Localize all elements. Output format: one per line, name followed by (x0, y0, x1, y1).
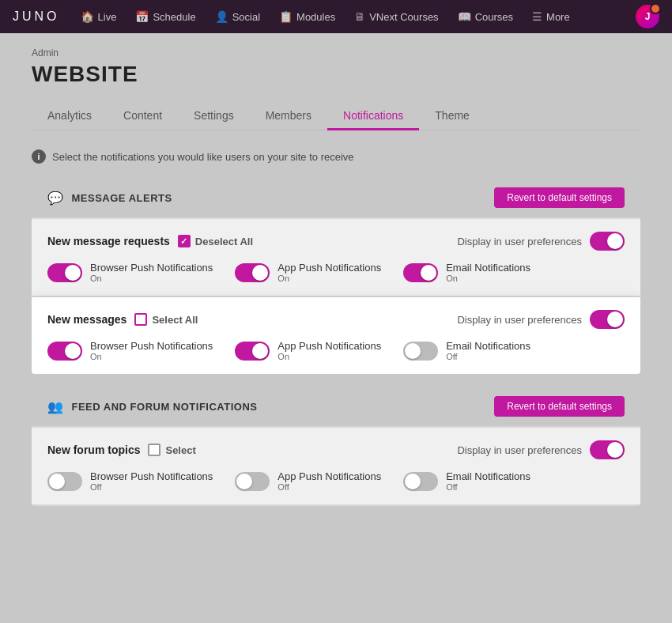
app-push-label-1: App Push Notifications On (277, 262, 381, 283)
display-pref-label-3: Display in user preferences (457, 444, 582, 456)
browser-push-name-2: Browser Push Notifications (90, 340, 213, 352)
message-alerts-header: 💬 MESSAGE ALERTS Revert to default setti… (32, 178, 640, 217)
display-pref-label-1: Display in user preferences (457, 236, 582, 247)
new-forum-topics-header: New forum topics Select Display in user … (47, 440, 625, 459)
app-push-toggle-3[interactable] (235, 472, 270, 491)
email-toggle-3[interactable] (403, 472, 438, 491)
nav-item-courses[interactable]: 📖 Courses (450, 0, 521, 33)
app-push-status-2: On (277, 352, 381, 361)
display-pref-message-requests: Display in user preferences (457, 232, 625, 251)
browser-push-toggle-1[interactable] (47, 263, 82, 282)
app-push-toggle-1[interactable] (235, 263, 270, 282)
forum-select-checkbox-wrapper[interactable]: Select (148, 444, 195, 456)
home-icon: 🏠 (81, 10, 94, 23)
email-toggle-2[interactable] (403, 342, 438, 361)
nav-item-more[interactable]: ☰ More (524, 0, 578, 33)
deselect-all-checkbox-wrapper[interactable]: ✓ Deselect All (178, 235, 253, 247)
display-pref-forum: Display in user preferences (457, 440, 625, 459)
tab-content[interactable]: Content (108, 103, 178, 130)
info-text: Select the notifications you would like … (52, 151, 354, 163)
page-title: WEBSITE (32, 62, 640, 87)
revert-feed-forum-button[interactable]: Revert to default settings (494, 396, 625, 417)
feed-forum-title: 👥 FEED AND FORUM NOTIFICATIONS (47, 399, 258, 414)
new-message-requests-row: New message requests ✓ Deselect All Disp… (32, 219, 640, 296)
app-push-status-1: On (277, 274, 381, 283)
more-icon: ☰ (532, 10, 542, 23)
tab-settings[interactable]: Settings (178, 103, 250, 130)
chat-icon: 💬 (47, 191, 64, 206)
app-push-label-3: App Push Notifications Off (277, 470, 381, 492)
calendar-icon: 📅 (135, 10, 149, 23)
email-name-2: Email Notifications (446, 340, 530, 352)
tab-members[interactable]: Members (250, 103, 327, 130)
browser-push-control-3: Browser Push Notifications Off (47, 470, 213, 492)
user-avatar[interactable]: J (636, 5, 659, 28)
feed-forum-header: 👥 FEED AND FORUM NOTIFICATIONS Revert to… (32, 387, 640, 426)
select-all-checkbox-wrapper[interactable]: Select All (134, 313, 198, 326)
nav-item-modules[interactable]: 📋 Modules (271, 0, 343, 33)
new-messages-title: New messages (47, 313, 126, 326)
breadcrumb: Admin (32, 33, 640, 62)
browser-push-toggle-3[interactable] (47, 472, 82, 491)
people-icon: 👤 (215, 10, 228, 23)
nav-item-vnext[interactable]: 🖥 VNext Courses (346, 0, 446, 33)
tab-bar: Analytics Content Settings Members Notif… (32, 103, 640, 130)
modules-icon: 📋 (279, 10, 293, 23)
tab-notifications[interactable]: Notifications (327, 103, 419, 130)
browser-push-status-3: Off (90, 482, 213, 492)
select-all-label: Select All (152, 314, 198, 326)
new-messages-controls: Browser Push Notifications On App Push N… (47, 340, 625, 361)
info-icon: i (32, 149, 46, 164)
email-name-1: Email Notifications (446, 262, 530, 274)
browser-push-control-1: Browser Push Notifications On (47, 262, 213, 283)
email-toggle-1[interactable] (403, 263, 438, 282)
app-push-control-1: App Push Notifications On (235, 262, 381, 283)
toggle-knob (607, 312, 623, 327)
browser-push-toggle-2[interactable] (47, 342, 82, 361)
courses-icon: 📖 (458, 10, 471, 23)
message-requests-controls: Browser Push Notifications On App Push N… (47, 262, 625, 283)
logo: JUNO (13, 9, 60, 24)
browser-push-label-3: Browser Push Notifications Off (90, 470, 213, 492)
display-pref-toggle-2[interactable] (590, 310, 625, 329)
browser-push-label-2: Browser Push Notifications On (90, 340, 213, 361)
message-alerts-label: MESSAGE ALERTS (72, 192, 172, 204)
nav-label-vnext: VNext Courses (369, 11, 438, 23)
page-content: Admin WEBSITE Analytics Content Settings… (0, 33, 672, 623)
new-messages-label: New messages Select All (47, 313, 198, 326)
new-message-requests-label: New message requests ✓ Deselect All (47, 235, 253, 247)
revert-message-alerts-button[interactable]: Revert to default settings (494, 187, 625, 208)
tab-analytics[interactable]: Analytics (32, 103, 108, 130)
nav-item-social[interactable]: 👤 Social (207, 0, 268, 33)
vnext-icon: 🖥 (354, 10, 365, 23)
message-alerts-section: 💬 MESSAGE ALERTS Revert to default setti… (32, 178, 640, 374)
app-push-toggle-2[interactable] (235, 342, 270, 361)
new-message-requests-header: New message requests ✓ Deselect All Disp… (47, 232, 625, 251)
display-pref-label-2: Display in user preferences (457, 314, 582, 326)
toggle-knob (405, 474, 421, 489)
email-label-1: Email Notifications On (446, 262, 530, 283)
nav-label-modules: Modules (296, 11, 335, 23)
top-navigation: JUNO 🏠 Live 📅 Schedule 👤 Social 📋 Module… (0, 0, 672, 33)
display-pref-toggle-3[interactable] (590, 440, 625, 459)
select-all-checkbox[interactable] (134, 313, 147, 326)
feed-forum-section: 👥 FEED AND FORUM NOTIFICATIONS Revert to… (32, 387, 640, 506)
new-forum-topics-title: New forum topics (47, 444, 140, 456)
tab-theme[interactable]: Theme (419, 103, 485, 130)
nav-item-live[interactable]: 🏠 Live (73, 0, 125, 33)
new-forum-topics-label: New forum topics Select (47, 444, 196, 456)
browser-push-name-3: Browser Push Notifications (90, 470, 213, 482)
nav-label-social: Social (232, 11, 260, 23)
deselect-all-checkbox[interactable]: ✓ (178, 235, 191, 247)
browser-push-name-1: Browser Push Notifications (90, 262, 213, 274)
toggle-knob (65, 343, 81, 359)
display-pref-toggle-1[interactable] (590, 232, 625, 251)
toggle-knob (607, 442, 623, 458)
nav-label-schedule: Schedule (153, 11, 195, 23)
nav-item-schedule[interactable]: 📅 Schedule (127, 0, 203, 33)
app-push-name-2: App Push Notifications (277, 340, 381, 352)
forum-select-checkbox[interactable] (148, 444, 160, 456)
nav-label-live: Live (98, 11, 117, 23)
email-label-3: Email Notifications Off (446, 470, 530, 492)
toggle-knob (49, 474, 65, 489)
